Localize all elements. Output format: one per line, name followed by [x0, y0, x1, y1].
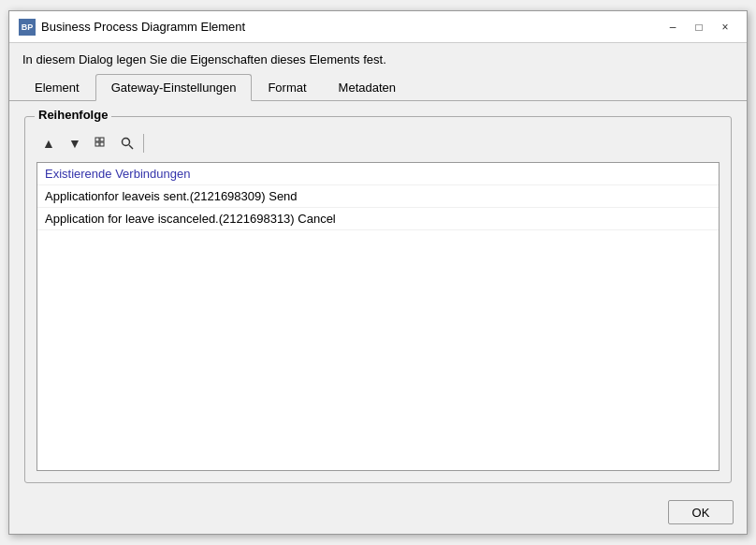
svg-line-5: [129, 145, 133, 149]
svg-rect-3: [100, 142, 104, 146]
tab-metadata[interactable]: Metadaten: [323, 74, 412, 101]
reihenfolge-group: Reihenfolge ▲ ▼: [24, 116, 732, 483]
minimize-button[interactable]: –: [661, 17, 685, 37]
close-button[interactable]: ×: [713, 17, 737, 37]
toolbar-separator: [143, 134, 144, 153]
grid-button[interactable]: [89, 132, 113, 155]
title-bar: BP Business Process Diagramm Element – □…: [9, 11, 747, 43]
svg-point-4: [123, 139, 130, 146]
dialog-title: Business Process Diagramm Element: [41, 20, 245, 34]
move-up-button[interactable]: ▲: [36, 132, 61, 155]
tab-element[interactable]: Element: [19, 74, 95, 101]
list-toolbar: ▲ ▼: [36, 132, 720, 155]
title-controls: – □ ×: [661, 17, 737, 37]
maximize-button[interactable]: □: [687, 17, 711, 37]
search-icon: [121, 137, 134, 150]
dialog-content: Reihenfolge ▲ ▼: [9, 101, 747, 493]
tab-gateway[interactable]: Gateway-Einstellungen: [95, 74, 253, 101]
list-item[interactable]: Application for leave iscanceled.(212169…: [37, 208, 719, 230]
move-down-button[interactable]: ▼: [63, 132, 87, 155]
group-legend: Reihenfolge: [35, 108, 111, 122]
dialog-description: In diesem Dialog legen Sie die Eigenscha…: [9, 43, 747, 74]
tab-bar: Element Gateway-Einstellungen Format Met…: [9, 74, 747, 101]
tab-format[interactable]: Format: [252, 74, 322, 101]
dialog-footer: OK: [9, 493, 747, 534]
connections-list[interactable]: Existierende Verbindungen Applicationfor…: [36, 162, 720, 471]
app-icon: BP: [19, 19, 36, 36]
svg-rect-2: [95, 142, 99, 146]
search-button[interactable]: [115, 132, 139, 155]
list-item[interactable]: Existierende Verbindungen: [37, 163, 719, 185]
title-bar-left: BP Business Process Diagramm Element: [19, 19, 245, 36]
list-item[interactable]: Applicationfor leaveis sent.(2121698309)…: [37, 185, 719, 208]
svg-rect-1: [100, 138, 104, 141]
dialog: BP Business Process Diagramm Element – □…: [8, 10, 748, 535]
ok-button[interactable]: OK: [668, 500, 734, 524]
svg-rect-0: [95, 138, 99, 141]
grid-icon: [94, 137, 108, 150]
